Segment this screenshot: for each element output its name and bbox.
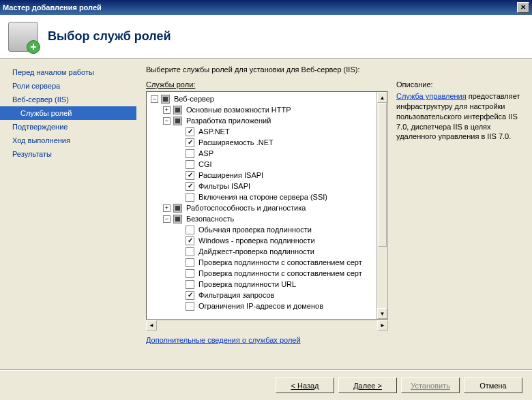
collapse-icon[interactable]: − — [163, 215, 171, 223]
tree-node[interactable]: Расширения ISAPI — [147, 170, 387, 181]
page-title: Выбор служб ролей — [48, 29, 171, 44]
checkbox[interactable] — [173, 215, 182, 224]
tree-node[interactable]: +Основные возможности HTTP — [147, 104, 387, 115]
checkbox[interactable] — [186, 269, 194, 278]
next-button[interactable]: Далее > — [338, 378, 397, 393]
checkbox[interactable] — [161, 95, 170, 104]
tree-node-label: ASP — [197, 149, 215, 157]
vertical-scrollbar[interactable]: ▲ ▼ — [376, 92, 387, 319]
collapse-icon[interactable]: − — [163, 117, 171, 125]
description-label: Описание: — [396, 80, 522, 89]
tree-node[interactable]: Проверка подлинности URL — [147, 279, 387, 290]
checkbox[interactable] — [186, 149, 194, 158]
tree-node[interactable]: Обычная проверка подлинности — [147, 224, 387, 235]
tree-node-label: Обычная проверка подлинности — [197, 226, 313, 234]
tree-node[interactable]: −Разработка приложений — [147, 115, 387, 126]
checkbox[interactable] — [186, 171, 194, 180]
tree-node[interactable]: ASP — [147, 148, 387, 159]
scroll-right-icon[interactable]: ► — [377, 320, 388, 330]
tree-node-label: Проверка подлинности с сопоставлением се… — [197, 258, 364, 266]
tree-node-label: Ограничения IP-адресов и доменов — [197, 302, 325, 310]
tree-node[interactable]: −Безопасность — [147, 213, 387, 224]
sidebar-item-before-begin[interactable]: Перед началом работы — [0, 65, 136, 79]
checkbox[interactable] — [186, 280, 194, 289]
checkbox[interactable] — [173, 106, 182, 114]
expand-icon[interactable]: + — [163, 204, 171, 212]
tree-node[interactable]: Ограничения IP-адресов и доменов — [147, 301, 387, 311]
back-button[interactable]: < Назад — [276, 378, 334, 393]
checkbox[interactable] — [186, 247, 194, 256]
description-link[interactable]: Служба управления — [396, 92, 467, 100]
tree-node[interactable]: Дайджест-проверка подлинности — [147, 246, 387, 257]
role-services-tree[interactable]: −Веб-сервер+Основные возможности HTTP−Ра… — [146, 91, 388, 320]
sidebar-item-progress[interactable]: Ход выполнения — [0, 134, 136, 147]
checkbox[interactable] — [186, 182, 194, 191]
tree-node-label: Проверка подлинности с сопоставлением се… — [197, 269, 364, 277]
tree-node[interactable]: Фильтры ISAPI — [147, 181, 387, 191]
checkbox[interactable] — [186, 258, 194, 267]
tree-node[interactable]: Проверка подлинности с сопоставлением се… — [147, 257, 387, 268]
tree-node-label: Основные возможности HTTP — [185, 106, 293, 114]
tree-label: Службы роли: — [146, 80, 388, 89]
window-title: Мастер добавления ролей — [3, 3, 102, 12]
checkbox[interactable] — [186, 236, 194, 245]
scroll-up-icon[interactable]: ▲ — [377, 92, 387, 103]
tree-node-label: Фильтрация запросов — [197, 291, 276, 299]
horizontal-scrollbar[interactable]: ◄ ► — [146, 320, 388, 330]
footer: < Назад Далее > Установить Отмена — [0, 370, 532, 400]
scroll-left-icon[interactable]: ◄ — [146, 320, 157, 330]
tree-node[interactable]: −Веб-сервер — [147, 93, 387, 104]
checkbox[interactable] — [186, 226, 194, 234]
sidebar-item-role-services[interactable]: Службы ролей — [0, 106, 136, 120]
titlebar: Мастер добавления ролей ✕ — [0, 0, 532, 15]
checkbox[interactable] — [186, 302, 194, 311]
checkbox[interactable] — [173, 117, 182, 125]
checkbox[interactable] — [186, 127, 194, 136]
wizard-icon: + — [8, 22, 38, 52]
close-button[interactable]: ✕ — [517, 2, 529, 13]
plus-icon: + — [27, 40, 40, 54]
tree-node[interactable]: Проверка подлинности с сопоставлением се… — [147, 268, 387, 279]
tree-node[interactable]: Фильтрация запросов — [147, 290, 387, 301]
tree-node-label: ASP.NET — [197, 127, 231, 136]
collapse-icon[interactable]: − — [151, 95, 158, 103]
scroll-thumb[interactable] — [378, 103, 387, 247]
tree-node[interactable]: +Работоспособность и диагностика — [147, 202, 387, 213]
tree-node-label: Дайджест-проверка подлинности — [197, 247, 316, 256]
tree-node[interactable]: Windows - проверка подлинности — [147, 235, 387, 246]
cancel-button[interactable]: Отмена — [464, 378, 522, 393]
sidebar-item-confirmation[interactable]: Подтверждение — [0, 120, 136, 134]
install-button: Установить — [401, 378, 460, 393]
tree-node-label: Windows - проверка подлинности — [197, 236, 316, 245]
more-info-link[interactable]: Дополнительные сведения о службах ролей — [146, 330, 388, 350]
tree-node-label: CGI — [197, 160, 213, 168]
checkbox[interactable] — [186, 291, 194, 300]
checkbox[interactable] — [173, 204, 182, 213]
scroll-down-icon[interactable]: ▼ — [377, 308, 387, 319]
tree-node-label: Расширения ISAPI — [197, 171, 265, 179]
tree-node-label: Включения на стороне сервера (SSI) — [197, 193, 329, 201]
tree-node-label: Безопасность — [185, 215, 235, 223]
expand-icon[interactable]: + — [163, 106, 171, 114]
sidebar: Перед началом работы Роли сервера Веб-се… — [0, 59, 136, 370]
tree-node-label: Фильтры ISAPI — [197, 182, 252, 190]
tree-node-label: Расширяемость .NET — [197, 138, 275, 147]
checkbox[interactable] — [186, 138, 194, 147]
header: + Выбор служб ролей — [0, 15, 532, 59]
checkbox[interactable] — [186, 193, 194, 202]
sidebar-item-results[interactable]: Результаты — [0, 147, 136, 161]
tree-node[interactable]: CGI — [147, 159, 387, 170]
description-text: Служба управления предоставляет инфрастр… — [396, 91, 522, 142]
sidebar-item-server-roles[interactable]: Роли сервера — [0, 79, 136, 93]
tree-node-label: Работоспособность и диагностика — [185, 204, 307, 212]
tree-node[interactable]: ASP.NET — [147, 126, 387, 137]
tree-node-label: Проверка подлинности URL — [197, 280, 297, 288]
sidebar-item-web-server-iis[interactable]: Веб-сервер (IIS) — [0, 93, 136, 106]
tree-node-label: Веб-сервер — [173, 95, 216, 103]
tree-node-label: Разработка приложений — [185, 117, 272, 125]
tree-node[interactable]: Включения на стороне сервера (SSI) — [147, 191, 387, 202]
checkbox[interactable] — [186, 160, 194, 169]
tree-node[interactable]: Расширяемость .NET — [147, 137, 387, 148]
intro-text: Выберите службы ролей для установки для … — [146, 65, 522, 74]
